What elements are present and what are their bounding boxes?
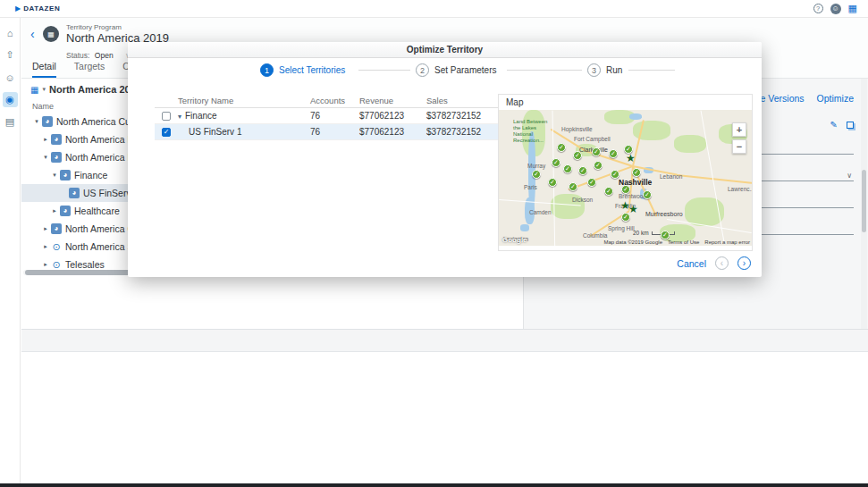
status-label: Status:	[66, 51, 89, 60]
map-road	[678, 174, 752, 184]
optimize-link[interactable]: Optimize	[817, 93, 854, 104]
program-avatar: ▦	[43, 26, 59, 42]
wizard-step-1[interactable]: 1Select Territories	[260, 63, 345, 77]
terms-of-use-link[interactable]: Terms of Use	[668, 239, 699, 245]
back-button[interactable]: ‹	[30, 27, 35, 41]
next-step-button[interactable]: ›	[737, 256, 751, 270]
chevron-down-icon[interactable]: ▾	[41, 154, 50, 161]
territory-table: Territory NameAccountsRevenueSales ▾Fina…	[155, 94, 512, 140]
map-canvas[interactable]: + − 20 km Map data ©2019 Google Terms of…	[499, 110, 752, 246]
wizard-connector	[507, 70, 582, 71]
zoom-out-button[interactable]: −	[732, 139, 746, 154]
copy-icon[interactable]	[847, 122, 854, 129]
account-marker-icon[interactable]: ✓	[548, 178, 557, 187]
app-logo: ▶ DATAZEN	[0, 4, 60, 13]
chevron-right-icon[interactable]: ▸	[50, 207, 59, 214]
account-marker-icon[interactable]: ✓	[621, 185, 630, 194]
wizard-step-3[interactable]: 3Run	[587, 63, 622, 77]
tab-detail[interactable]: Detail	[32, 61, 56, 78]
chevron-right-icon[interactable]: ▸	[41, 136, 50, 143]
chevron-down-icon[interactable]: ▾	[178, 113, 181, 121]
step-label: Select Territories	[279, 65, 345, 75]
map-panel: Map + − 20 km Map data ©2019 Google Term…	[498, 94, 753, 251]
chevron-down-icon[interactable]: ▾	[32, 118, 41, 125]
hierarchy-icon: ▦	[30, 85, 38, 95]
map-label: Dickson	[572, 197, 593, 203]
wizard-connector	[358, 70, 410, 71]
account-marker-icon[interactable]: ✓	[632, 168, 641, 177]
wizard-steps: 1Select Territories2Set Parameters3Run	[128, 42, 762, 87]
status-value: Open	[95, 51, 114, 60]
row-checkbox[interactable]	[162, 112, 171, 121]
account-marker-icon[interactable]: ✓	[532, 170, 541, 179]
account-marker-icon[interactable]: ✓	[604, 187, 613, 196]
account-marker-icon[interactable]: ✓	[557, 143, 566, 152]
brand-name: DATAZEN	[23, 4, 60, 13]
account-marker-icon[interactable]: ✓	[552, 158, 560, 167]
zoom-in-button[interactable]: +	[732, 122, 746, 137]
detail-icons: ✎	[830, 120, 854, 130]
map-label: Lebanon	[660, 173, 682, 180]
territory-icon: ◕	[51, 134, 62, 145]
map-label: Columbia	[583, 232, 607, 239]
chevron-down-icon[interactable]: ∨	[847, 172, 852, 180]
account-marker-icon[interactable]: ✓	[643, 190, 652, 199]
chevron-down-icon[interactable]: ▾	[42, 86, 46, 93]
account-marker-icon[interactable]: ✓	[563, 164, 572, 173]
home-icon[interactable]: ⌂	[3, 25, 18, 40]
account-marker-icon[interactable]: ✓	[578, 166, 587, 175]
map-label: Paris	[524, 184, 537, 190]
chevron-down-icon[interactable]: ▾	[50, 172, 59, 179]
wizard-step-2[interactable]: 2Set Parameters	[416, 63, 496, 77]
target-icon: ⊙	[51, 241, 62, 252]
territory-map-icon[interactable]: ◉	[3, 92, 18, 107]
account-marker-icon[interactable]: ✓	[609, 149, 618, 158]
people-icon[interactable]: ☺	[3, 70, 18, 85]
report-map-error-link[interactable]: Report a map error	[704, 239, 750, 245]
chevron-right-icon[interactable]: ▸	[41, 243, 50, 250]
map-label: Murfreesboro	[645, 211, 683, 218]
territory-star-icon[interactable]: ★	[628, 204, 638, 214]
chevron-right-icon[interactable]: ▸	[41, 261, 50, 268]
dialog-footer: Cancel ‹ ›	[677, 256, 751, 270]
row-checkbox-checked[interactable]: ✓	[162, 128, 171, 137]
app-grid-icon[interactable]: ▦	[848, 3, 857, 14]
help-icon[interactable]: ?	[813, 4, 823, 13]
google-logo: Google	[502, 236, 527, 244]
territory-icon: ◕	[69, 188, 80, 198]
account-marker-icon[interactable]: ✓	[611, 170, 619, 179]
list-icon[interactable]: ▤	[3, 114, 18, 130]
chevron-right-icon[interactable]: ▸	[41, 225, 50, 232]
tree-item-label: Healthcare	[74, 206, 120, 216]
account-marker-icon[interactable]: ✓	[592, 147, 601, 156]
account-marker-icon[interactable]: ✓	[587, 178, 596, 187]
user-avatar[interactable]: ☺	[830, 4, 841, 14]
territory-star-icon[interactable]: ★	[626, 153, 636, 164]
previous-step-button[interactable]: ‹	[715, 256, 729, 270]
column-header[interactable]: Accounts	[307, 96, 356, 105]
column-header[interactable]: Revenue	[356, 96, 423, 105]
account-marker-icon[interactable]: ✓	[661, 231, 670, 239]
territory-icon: ◕	[51, 152, 62, 163]
wizard-connector	[628, 70, 675, 71]
cancel-button[interactable]: Cancel	[677, 258, 706, 269]
tree-root-row[interactable]: ▦ ▾ North America 2019	[30, 84, 141, 95]
territory-table-header: Territory NameAccountsRevenueSales	[155, 94, 512, 108]
topbar-actions: ? ☺ ▦	[813, 3, 868, 14]
share-icon[interactable]: ⇧	[3, 47, 18, 63]
table-row[interactable]: ✓US FinServ 176$77062123$3782732152	[155, 124, 512, 140]
account-marker-icon[interactable]: ✓	[573, 151, 582, 160]
scrollbar-thumb[interactable]	[862, 170, 866, 232]
territory-name: Finance	[185, 111, 217, 121]
page-vertical-scrollbar[interactable]	[861, 79, 867, 329]
column-header[interactable]: Territory Name	[174, 96, 307, 105]
tab-targets[interactable]: Targets	[74, 61, 105, 78]
table-row[interactable]: ▾Finance76$77062123$3782732152	[155, 108, 512, 124]
account-marker-icon[interactable]: ✓	[569, 182, 577, 191]
content-footer-band	[21, 329, 868, 352]
map-zoom-control: + −	[732, 122, 746, 156]
edit-icon[interactable]: ✎	[830, 120, 838, 130]
map-label: Spring Hill	[608, 225, 635, 231]
account-marker-icon[interactable]: ✓	[594, 161, 603, 170]
breadcrumb: Territory Program	[66, 23, 122, 31]
